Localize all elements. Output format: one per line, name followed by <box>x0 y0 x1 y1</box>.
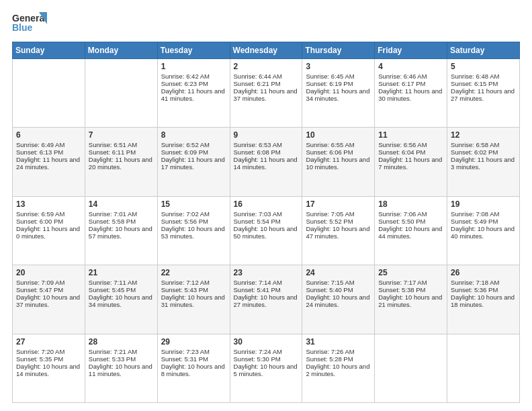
day-info: Sunrise: 6:42 AM <box>161 73 226 80</box>
day-number: 8 <box>161 130 226 140</box>
day-info: Sunrise: 6:49 AM <box>16 141 81 148</box>
day-info: Sunset: 6:04 PM <box>378 148 443 156</box>
day-number: 22 <box>161 268 226 277</box>
day-info: Daylight: 10 hours and 50 minutes. <box>234 225 299 240</box>
day-number: 6 <box>16 130 81 140</box>
day-number: 11 <box>378 130 443 140</box>
calendar-cell: 25Sunrise: 7:17 AMSunset: 5:38 PMDayligh… <box>375 265 447 334</box>
day-info: Sunrise: 7:08 AM <box>451 210 516 218</box>
day-info: Sunrise: 6:53 AM <box>234 141 299 148</box>
calendar-cell: 29Sunrise: 7:23 AMSunset: 5:31 PMDayligh… <box>157 334 230 402</box>
calendar-cell: 6Sunrise: 6:49 AMSunset: 6:13 PMDaylight… <box>13 128 85 196</box>
calendar-cell: 17Sunrise: 7:05 AMSunset: 5:52 PMDayligh… <box>302 196 375 265</box>
calendar-cell: 3Sunrise: 6:45 AMSunset: 6:19 PMDaylight… <box>302 59 375 128</box>
day-number: 27 <box>16 337 81 347</box>
calendar-cell: 23Sunrise: 7:14 AMSunset: 5:41 PMDayligh… <box>230 265 302 334</box>
day-info: Sunrise: 7:06 AM <box>378 210 443 218</box>
day-info: Sunset: 5:52 PM <box>306 218 371 225</box>
calendar-cell: 11Sunrise: 6:56 AMSunset: 6:04 PMDayligh… <box>375 128 447 196</box>
day-number: 3 <box>306 62 371 71</box>
day-number: 31 <box>306 337 371 347</box>
day-info: Sunset: 6:17 PM <box>378 80 443 87</box>
day-info: Sunrise: 7:01 AM <box>89 210 154 218</box>
day-info: Sunrise: 7:15 AM <box>306 279 371 286</box>
day-info: Sunrise: 7:02 AM <box>161 210 226 218</box>
day-number: 1 <box>161 62 226 71</box>
day-number: 18 <box>378 199 443 209</box>
calendar-cell: 24Sunrise: 7:15 AMSunset: 5:40 PMDayligh… <box>302 265 375 334</box>
day-number: 20 <box>16 268 81 277</box>
day-number: 14 <box>89 199 154 209</box>
day-info: Sunset: 5:33 PM <box>89 355 154 363</box>
day-info: Sunset: 6:08 PM <box>234 148 299 156</box>
day-info: Sunrise: 6:59 AM <box>16 210 81 218</box>
day-number: 9 <box>234 130 299 140</box>
day-number: 5 <box>451 62 516 71</box>
day-info: Daylight: 10 hours and 21 minutes. <box>378 293 443 308</box>
day-info: Sunset: 6:15 PM <box>451 80 516 87</box>
day-number: 13 <box>16 199 81 209</box>
day-info: Daylight: 11 hours and 27 minutes. <box>451 87 516 102</box>
day-info: Sunrise: 7:24 AM <box>234 348 299 355</box>
day-info: Daylight: 10 hours and 57 minutes. <box>89 225 154 240</box>
day-info: Daylight: 10 hours and 5 minutes. <box>234 363 299 377</box>
day-info: Daylight: 11 hours and 34 minutes. <box>306 87 371 102</box>
day-info: Sunset: 6:19 PM <box>306 80 371 87</box>
day-info: Sunrise: 7:21 AM <box>89 348 154 355</box>
day-number: 19 <box>451 199 516 209</box>
day-number: 7 <box>89 130 154 140</box>
day-info: Daylight: 10 hours and 27 minutes. <box>234 293 299 308</box>
day-info: Sunset: 5:30 PM <box>234 355 299 363</box>
calendar-cell: 2Sunrise: 6:44 AMSunset: 6:21 PMDaylight… <box>230 59 302 128</box>
calendar-week-row: 13Sunrise: 6:59 AMSunset: 6:00 PMDayligh… <box>13 196 520 265</box>
calendar-cell: 19Sunrise: 7:08 AMSunset: 5:49 PMDayligh… <box>447 196 520 265</box>
calendar-day-header: Tuesday <box>157 42 230 59</box>
day-info: Sunset: 5:56 PM <box>161 218 226 225</box>
day-info: Sunset: 5:40 PM <box>306 286 371 293</box>
calendar-cell: 16Sunrise: 7:03 AMSunset: 5:54 PMDayligh… <box>230 196 302 265</box>
day-info: Daylight: 10 hours and 40 minutes. <box>451 225 516 240</box>
day-number: 17 <box>306 199 371 209</box>
day-number: 26 <box>451 268 516 277</box>
day-info: Daylight: 10 hours and 18 minutes. <box>451 293 516 308</box>
day-info: Sunset: 5:35 PM <box>16 355 81 363</box>
day-number: 28 <box>89 337 154 347</box>
day-info: Sunset: 5:54 PM <box>234 218 299 225</box>
day-info: Sunset: 6:23 PM <box>161 80 226 87</box>
calendar-cell: 27Sunrise: 7:20 AMSunset: 5:35 PMDayligh… <box>13 334 85 402</box>
day-info: Sunrise: 7:23 AM <box>161 348 226 355</box>
calendar-cell: 1Sunrise: 6:42 AMSunset: 6:23 PMDaylight… <box>157 59 230 128</box>
day-info: Daylight: 11 hours and 30 minutes. <box>378 87 443 102</box>
day-info: Sunrise: 7:20 AM <box>16 348 81 355</box>
calendar-cell: 26Sunrise: 7:18 AMSunset: 5:36 PMDayligh… <box>447 265 520 334</box>
day-info: Sunset: 6:11 PM <box>89 148 154 156</box>
day-info: Sunrise: 7:05 AM <box>306 210 371 218</box>
day-info: Sunset: 6:00 PM <box>16 218 81 225</box>
calendar-cell: 10Sunrise: 6:55 AMSunset: 6:06 PMDayligh… <box>302 128 375 196</box>
calendar-cell: 8Sunrise: 6:52 AMSunset: 6:09 PMDaylight… <box>157 128 230 196</box>
day-info: Sunset: 5:31 PM <box>161 355 226 363</box>
calendar-day-header: Monday <box>85 42 157 59</box>
calendar-cell <box>13 59 85 128</box>
calendar-week-row: 6Sunrise: 6:49 AMSunset: 6:13 PMDaylight… <box>13 128 520 196</box>
calendar-day-header: Friday <box>375 42 447 59</box>
day-info: Daylight: 10 hours and 2 minutes. <box>306 363 371 377</box>
day-info: Sunrise: 7:03 AM <box>234 210 299 218</box>
calendar-cell: 21Sunrise: 7:11 AMSunset: 5:45 PMDayligh… <box>85 265 157 334</box>
day-info: Daylight: 10 hours and 53 minutes. <box>161 225 226 240</box>
day-info: Sunrise: 7:14 AM <box>234 279 299 286</box>
calendar-table: SundayMondayTuesdayWednesdayThursdayFrid… <box>12 42 520 403</box>
calendar-cell: 7Sunrise: 6:51 AMSunset: 6:11 PMDaylight… <box>85 128 157 196</box>
day-info: Sunrise: 6:48 AM <box>451 73 516 80</box>
day-number: 21 <box>89 268 154 277</box>
calendar-cell: 5Sunrise: 6:48 AMSunset: 6:15 PMDaylight… <box>447 59 520 128</box>
calendar-cell: 22Sunrise: 7:12 AMSunset: 5:43 PMDayligh… <box>157 265 230 334</box>
page: GeneralBlue SundayMondayTuesdayWednesday… <box>0 0 532 411</box>
day-info: Sunrise: 6:56 AM <box>378 141 443 148</box>
day-number: 16 <box>234 199 299 209</box>
day-info: Sunset: 5:50 PM <box>378 218 443 225</box>
day-info: Sunrise: 7:12 AM <box>161 279 226 286</box>
calendar-day-header: Saturday <box>447 42 520 59</box>
day-number: 10 <box>306 130 371 140</box>
day-info: Sunrise: 6:45 AM <box>306 73 371 80</box>
